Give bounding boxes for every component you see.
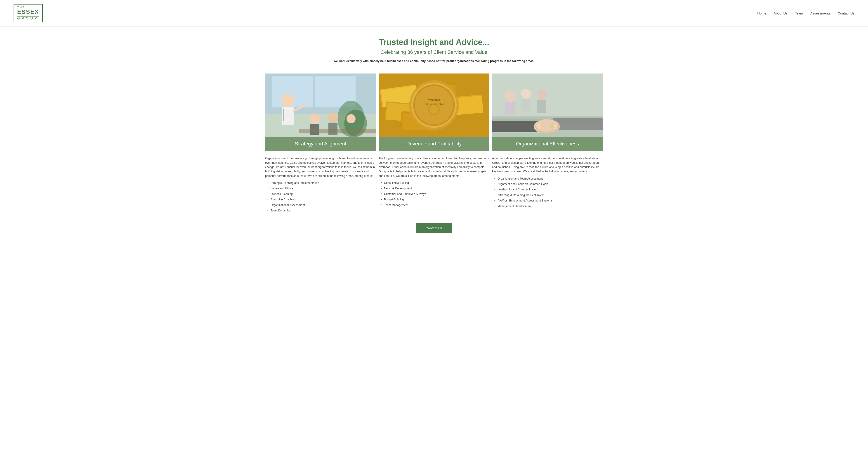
svg-rect-46 <box>553 118 603 130</box>
svg-rect-53 <box>554 124 557 129</box>
list-item: Attracting & Retaining the Best Talent <box>494 193 603 198</box>
list-item: Owner's Planning <box>268 192 376 196</box>
list-item: Team Dynamics <box>268 208 376 213</box>
org-svg <box>492 73 603 137</box>
revenue-svg: WIENER PHILHARMONIKER <box>379 73 489 137</box>
svg-rect-8 <box>283 109 284 121</box>
nav-about[interactable]: About Us <box>774 11 787 15</box>
svg-point-39 <box>521 89 531 99</box>
strategy-label: Strategy and Alignment <box>265 137 376 151</box>
nav-team[interactable]: Team <box>795 11 803 15</box>
svg-rect-51 <box>541 122 545 128</box>
list-item: Consultative Selling <box>381 181 489 185</box>
revenue-content: The long-term sustainability of our clie… <box>379 156 489 214</box>
revenue-column: WIENER PHILHARMONIKER Revenue and Profit… <box>379 73 489 151</box>
list-item: Management Development <box>494 204 603 208</box>
logo[interactable]: THE ESSEX GROUP <box>13 4 43 22</box>
list-item: Network Development <box>381 186 489 190</box>
contact-button[interactable]: Contact Us <box>416 223 452 233</box>
list-item: Customer and Employee Surveys <box>381 192 489 196</box>
org-image-wrap <box>492 73 603 137</box>
svg-rect-52 <box>550 123 554 129</box>
svg-rect-40 <box>522 99 530 111</box>
svg-point-37 <box>504 90 516 102</box>
org-list: Organization and Team AssessmentAlignmen… <box>492 177 603 208</box>
revenue-image-wrap: WIENER PHILHARMONIKER <box>379 73 489 137</box>
svg-point-41 <box>537 90 547 100</box>
list-item: Organization and Team Assessment <box>494 177 603 181</box>
list-item: Alignment and Focus on Common Goals <box>494 182 603 186</box>
logo-group: GROUP <box>17 17 39 20</box>
image-columns: Strategy and Alignment <box>0 68 868 151</box>
revenue-label: Revenue and Profitability <box>379 137 489 151</box>
strategy-list: Strategic Planning and ImplementationVal… <box>265 181 376 213</box>
content-columns: Organizations and their owners go throug… <box>0 151 868 214</box>
svg-point-34 <box>430 105 438 114</box>
list-item: Team Management <box>381 203 489 207</box>
list-item: Budget Building <box>381 198 489 202</box>
org-body: An organization's people are its greates… <box>492 156 603 174</box>
revenue-image: WIENER PHILHARMONIKER <box>379 73 489 137</box>
svg-rect-42 <box>537 100 546 113</box>
hero-subtitle: Celebrating 36 years of Client Service a… <box>4 49 864 55</box>
revenue-body: The long-term sustainability of our clie… <box>379 156 489 178</box>
svg-point-13 <box>346 114 355 123</box>
svg-rect-15 <box>299 129 376 134</box>
hero-description: We work exclusively with closely held bu… <box>332 59 536 63</box>
svg-point-6 <box>281 94 294 107</box>
list-item: Leadership and Communication <box>494 187 603 192</box>
svg-rect-50 <box>537 123 541 129</box>
strategy-image <box>265 73 376 137</box>
org-column: Organizational Effectiveness <box>492 73 603 151</box>
header: THE ESSEX GROUP Home About Us Team Asses… <box>0 0 868 27</box>
list-item: Pre/Post Employment Assessment Systems <box>494 199 603 203</box>
svg-rect-38 <box>505 102 515 115</box>
strategy-column: Strategy and Alignment <box>265 73 376 151</box>
nav-assessments[interactable]: Assessments <box>810 11 831 15</box>
org-content: An organization's people are its greates… <box>492 156 603 214</box>
strategy-body: Organizations and their owners go throug… <box>265 156 376 178</box>
list-item: Strategic Planning and Implementation <box>268 181 376 185</box>
list-item: Values and Ethics <box>268 186 376 190</box>
list-item: Organizational Assessment <box>268 203 376 207</box>
list-item: Executive Coaching <box>268 198 376 202</box>
org-image <box>492 73 603 137</box>
org-label: Organizational Effectiveness <box>492 137 603 151</box>
nav: Home About Us Team Assessments Contact U… <box>757 11 855 15</box>
strategy-svg <box>265 73 376 137</box>
logo-essex: ESSEX <box>17 8 39 15</box>
svg-point-9 <box>310 114 320 124</box>
nav-contact[interactable]: Contact Us <box>838 11 855 15</box>
contact-button-wrap: Contact Us <box>0 214 868 242</box>
strategy-content: Organizations and their owners go throug… <box>265 156 376 214</box>
svg-text:WIENER: WIENER <box>428 98 440 101</box>
nav-home[interactable]: Home <box>757 11 766 15</box>
svg-point-11 <box>328 113 338 123</box>
strategy-image-wrap <box>265 73 376 137</box>
hero-section: Trusted Insight and Advice... Celebratin… <box>0 27 868 68</box>
revenue-list: Consultative SellingNetwork DevelopmentC… <box>379 181 489 207</box>
hero-title: Trusted Insight and Advice... <box>4 37 864 47</box>
